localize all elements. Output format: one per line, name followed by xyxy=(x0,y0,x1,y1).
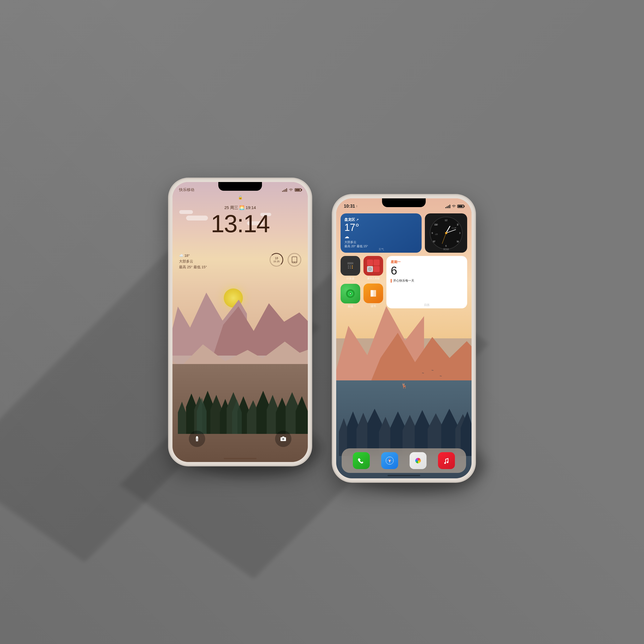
clock-widget-label: 时钟 xyxy=(443,248,449,251)
calendar-widget-label: 日历 xyxy=(424,303,430,307)
clock-num-2: 2 xyxy=(457,223,458,226)
calculator-label: 计算器 xyxy=(346,277,354,281)
home-statusbar: 10:31 ↑ xyxy=(336,198,472,212)
weather-city: 盘龙区 ↗ xyxy=(344,217,418,222)
svg-rect-16 xyxy=(292,257,297,263)
widgets-area: 盘龙区 ↗ 17° ☁ 大部多云 最高 20° 最低 15° 天气 xyxy=(341,213,467,312)
toolbox-label: 蒙示工具箱 xyxy=(367,277,380,280)
home-wifi-icon xyxy=(452,205,456,208)
svg-point-19 xyxy=(196,439,198,440)
phones-container: 快乐移动 xyxy=(169,162,475,482)
calendar-weekday: 星期一 xyxy=(391,260,463,264)
clock-num-8: 8 xyxy=(433,240,434,243)
weather-widget[interactable]: 盘龙区 ↗ 17° ☁ 大部多云 最高 20° 最低 15° 天气 xyxy=(341,213,422,253)
signal-icon xyxy=(282,188,287,192)
home-time: 10:31 xyxy=(344,204,355,209)
home-trees-svg xyxy=(336,366,472,456)
find-icon[interactable] xyxy=(341,284,360,303)
home-dock xyxy=(342,448,466,473)
ring-circle: 18 15 25 xyxy=(270,253,283,267)
dock-music-icon[interactable] xyxy=(438,452,455,469)
clock-second-hand xyxy=(442,233,446,244)
lock-home-indicator xyxy=(224,458,257,459)
calendar-event: 开心快乐每一天 xyxy=(391,279,463,283)
safari-app-icon xyxy=(385,456,394,465)
carrier-label: 快乐移动 xyxy=(179,187,194,192)
location-arrow-icon: ↗ xyxy=(356,218,359,222)
bird-3: 〜 xyxy=(440,375,442,378)
left-iphone-frame: 快乐移动 xyxy=(169,179,311,465)
books-icon[interactable] xyxy=(363,284,383,303)
right-iphone-frame: 〜 〜 〜 🦌 10:31 ↑ xyxy=(333,195,475,482)
deer-silhouette: 🦌 xyxy=(401,383,407,389)
camera-button[interactable] xyxy=(275,431,291,447)
calculator-icon[interactable] xyxy=(341,256,360,276)
middle-apps-col: 蒙示工具箱 xyxy=(363,256,383,308)
lock-date: 25 周三 🌅 19:14 xyxy=(172,205,308,210)
find-app-container: 查找 xyxy=(341,284,360,308)
home-home-indicator xyxy=(387,475,420,476)
left-iphone-screen: 快乐移动 xyxy=(172,182,308,462)
clock-center xyxy=(445,232,447,234)
location-arrow: ↑ xyxy=(356,204,357,208)
home-status-icons xyxy=(445,204,464,208)
calc-svg xyxy=(345,261,355,271)
svg-point-40 xyxy=(350,267,351,269)
svg-point-39 xyxy=(348,267,349,269)
svg-point-45 xyxy=(350,293,351,294)
left-apps-col: 计算器 xyxy=(341,256,360,308)
photos-app-icon xyxy=(414,456,422,465)
left-notch xyxy=(218,182,262,191)
svg-point-56 xyxy=(447,461,448,463)
clock-num-10: 10 xyxy=(435,223,438,226)
svg-marker-0 xyxy=(178,401,186,434)
calendar-widget[interactable]: 星期一 6 开心快乐每一天 日历 xyxy=(386,256,467,308)
clock-num-4: 4 xyxy=(457,240,459,243)
weather-temp: 17° xyxy=(344,223,418,232)
clock-cup-text: CUP xyxy=(452,227,457,229)
camera-icon xyxy=(280,436,286,442)
flashlight-button[interactable] xyxy=(189,431,205,447)
toolbox-icon[interactable] xyxy=(363,256,383,276)
svg-rect-35 xyxy=(347,262,353,264)
svg-point-37 xyxy=(350,266,351,267)
weather-condition-icon: ☁ xyxy=(344,234,418,240)
lock-icon: 🔒 xyxy=(238,195,243,199)
svg-point-38 xyxy=(352,266,353,267)
right-iphone-screen: 〜 〜 〜 🦌 10:31 ↑ xyxy=(336,198,472,478)
lock-weather-widgets: 18 15 25 xyxy=(270,253,301,268)
clock-num-3: 3 xyxy=(459,232,460,234)
calendar-day: 6 xyxy=(391,265,463,276)
lock-trees-svg xyxy=(172,350,308,434)
music-app-icon xyxy=(442,456,451,465)
lock-content: 25 周三 🌅 19:14 13:14 xyxy=(172,197,308,238)
battery-icon xyxy=(295,188,301,192)
dock-safari-icon[interactable] xyxy=(381,452,398,469)
svg-point-21 xyxy=(283,439,284,440)
svg-point-18 xyxy=(294,262,295,263)
widget-row-1: 盘龙区 ↗ 17° ☁ 大部多云 最高 20° 最低 15° 天气 xyxy=(341,213,467,253)
svg-rect-48 xyxy=(373,290,376,297)
phone-app-icon xyxy=(357,456,366,465)
lock-bottom-buttons[interactable] xyxy=(172,431,308,447)
calculator-app-container: 计算器 xyxy=(341,256,360,281)
lock-time: 13:14 xyxy=(172,211,308,236)
lock-phone-widget xyxy=(288,253,301,268)
lock-weather-widget: ☁️ 18° 大部多云 最高 25° 最低 15° 18 15 25 xyxy=(179,253,301,270)
clock-num-9: 9 xyxy=(432,232,433,234)
clock-widget[interactable]: 12 1 3 5 6 7 9 11 CUP xyxy=(425,213,467,253)
books-svg xyxy=(368,288,378,298)
dock-phone-icon[interactable] xyxy=(353,452,370,469)
weather-widget-label: 天气 xyxy=(378,248,384,251)
right-phone-wrapper: 〜 〜 〜 🦌 10:31 ↑ xyxy=(333,195,475,482)
dock-photos-icon[interactable] xyxy=(410,452,427,469)
clock-num-12: 12 xyxy=(445,219,447,222)
lock-weather-info: ☁️ 18° 大部多云 最高 25° 最低 15° xyxy=(179,253,207,270)
wifi-icon xyxy=(289,188,293,192)
event-dot xyxy=(391,279,392,283)
bird-1: 〜 xyxy=(422,372,424,375)
bird-2: 〜 xyxy=(431,369,434,372)
find-label: 查找 xyxy=(348,305,353,308)
lock-ring-widget: 18 15 25 xyxy=(270,253,283,268)
phone-widget-icon xyxy=(291,257,298,263)
